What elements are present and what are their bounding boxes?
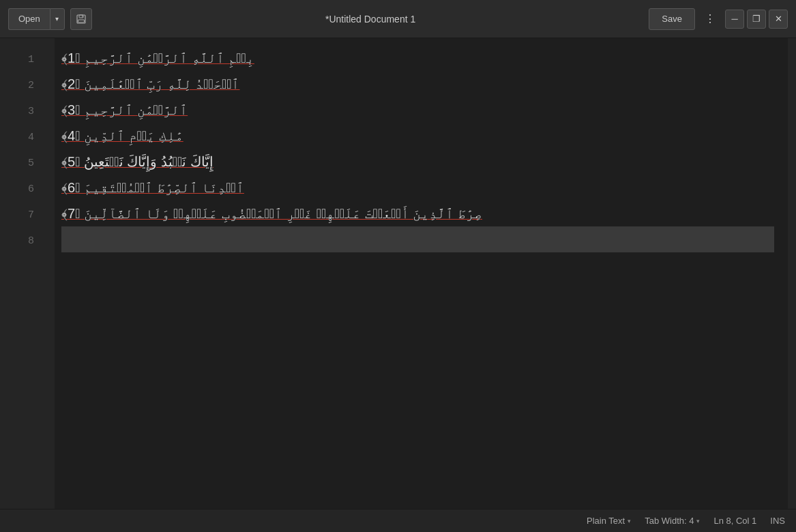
line-number: 3 [0,98,42,124]
document-title: *Untitled Document 1 [98,14,644,25]
titlebar: Open ▾ *Untitled Document 1 Save ⋮ ─ ❐ ✕ [0,0,796,38]
plain-text-status[interactable]: Plain Text ▾ [587,516,631,526]
save-icon-button[interactable] [70,8,92,30]
close-icon: ✕ [775,14,782,24]
code-line[interactable]: مَٰلِكِ يَوۡمِ ٱلدِّينِ ﴿4﴾ [61,123,774,149]
code-line[interactable]: صِرَٰطَ ٱلَّذِينَ أَنۡعَمۡتَ عَلَيۡهِمۡ … [61,201,774,226]
line-number: 2 [0,72,42,98]
arabic-verse-text: إِيَّاكَ نَعۡبُدُ وَإِيَّاكَ نَسۡتَعِينُ… [61,153,213,170]
line-number: 7 [0,202,42,228]
line-number: 6 [0,176,42,202]
statusbar: Plain Text ▾ Tab Width: 4 ▾ Ln 8, Col 1 … [0,509,796,532]
cursor-position-status: Ln 8, Col 1 [713,516,756,526]
close-button[interactable]: ✕ [769,10,788,29]
arabic-verse-text: صِرَٰطَ ٱلَّذِينَ أَنۡعَمۡتَ عَلَيۡهِمۡ … [61,206,482,222]
code-line[interactable]: إِيَّاكَ نَعۡبُدُ وَإِيَّاكَ نَسۡتَعِينُ… [61,149,774,175]
tab-width-label: Tab Width: 4 [645,516,694,526]
code-line[interactable] [61,226,774,252]
open-button[interactable]: Open [8,8,50,30]
tab-width-dropdown-arrow: ▾ [696,518,700,524]
code-line[interactable]: ٱلرَّحۡمَٰنِ ٱلرَّحِيمِ ﴿3﴾ [61,97,774,123]
minimize-button[interactable]: ─ [725,10,744,29]
insert-mode-label: INS [770,516,785,526]
arabic-verse-text: ٱهۡدِنَا ٱلصِّرَٰطَ ٱلۡمُسۡتَقِيمَ ﴿6﴾ [61,180,244,196]
cursor-position-label: Ln 8, Col 1 [713,516,756,526]
arabic-verse-text: بِسۡمِ ٱللَّهِ ٱلرَّحۡمَٰنِ ٱلرَّحِيمِ ﴿… [61,50,254,66]
line-numbers-gutter: 12345678 [0,38,55,509]
editor-content[interactable]: بِسۡمِ ٱللَّهِ ٱلرَّحۡمَٰنِ ٱلرَّحِيمِ ﴿… [55,38,788,509]
arabic-verse-text: ٱلۡحَمۡدُ لِلَّهِ رَبِّ ٱلۡعَٰلَمِينَ ﴿2… [61,76,239,92]
menu-dots-button[interactable]: ⋮ [701,8,720,30]
plain-text-label: Plain Text [587,516,625,526]
code-line[interactable]: ٱهۡدِنَا ٱلصِّرَٰطَ ٱلۡمُسۡتَقِيمَ ﴿6﴾ [61,175,774,201]
code-line[interactable]: ٱلۡحَمۡدُ لِلَّهِ رَبِّ ٱلۡعَٰلَمِينَ ﴿2… [61,71,774,97]
open-dropdown-button[interactable]: ▾ [50,8,65,30]
svg-rect-2 [78,20,84,23]
floppy-disk-icon [76,14,87,25]
save-button[interactable]: Save [649,8,695,30]
window-controls: ─ ❐ ✕ [725,10,788,29]
more-options-icon: ⋮ [705,12,716,25]
line-number: 5 [0,150,42,176]
open-button-group: Open ▾ [8,8,65,30]
minimize-icon: ─ [731,14,737,24]
maximize-button[interactable]: ❐ [747,10,766,29]
arabic-verse-text: ٱلرَّحۡمَٰنِ ٱلرَّحِيمِ ﴿3﴾ [61,102,188,118]
code-line[interactable]: بِسۡمِ ٱللَّهِ ٱلرَّحۡمَٰنِ ٱلرَّحِيمِ ﴿… [61,45,774,71]
plain-text-dropdown-arrow: ▾ [628,518,631,524]
line-number: 4 [0,124,42,150]
tab-width-status[interactable]: Tab Width: 4 ▾ [645,516,700,526]
arabic-verse-text: مَٰلِكِ يَوۡمِ ٱلدِّينِ ﴿4﴾ [61,128,183,144]
chevron-down-icon: ▾ [55,15,59,23]
line-number: 8 [0,228,42,254]
editor-container: 12345678 بِسۡمِ ٱللَّهِ ٱلرَّحۡمَٰنِ ٱلر… [0,38,796,509]
insert-mode-status: INS [770,516,785,526]
scrollbar-track[interactable] [788,38,796,509]
maximize-icon: ❐ [752,14,761,24]
line-number: 1 [0,46,42,72]
